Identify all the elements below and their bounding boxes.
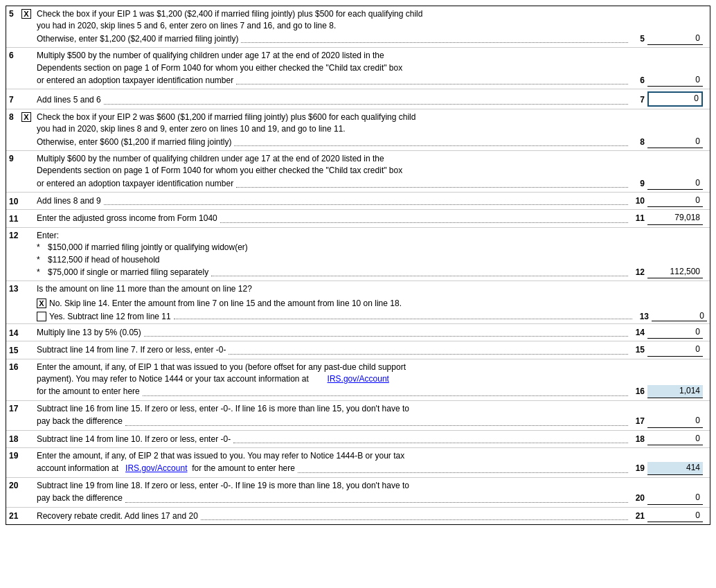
tax-form: 5 X Check the box if your EIP 1 was $1,2… xyxy=(6,6,710,525)
line-6-text3: or entered an adoption taxpayer identifi… xyxy=(37,75,233,87)
line-18-row: 18 Subtract line 14 from line 10. If zer… xyxy=(6,431,710,448)
line-13-value[interactable]: 0 xyxy=(652,311,707,321)
line-12-label-num: 12 xyxy=(631,266,647,278)
line-13-row: 13 Is the amount on line 11 more than th… xyxy=(6,281,710,323)
line-18-num: 18 xyxy=(9,434,21,444)
line-8-row: 8 X Check the box if your EIP 2 was $600… xyxy=(6,109,710,151)
line-14-text1: Multiply line 13 by 5% (0.05) xyxy=(37,327,141,339)
line-17-label: 17 xyxy=(631,415,647,427)
line-16-text2: payment). You may refer to Notice 1444 o… xyxy=(37,374,309,384)
line-21-value[interactable]: 0 xyxy=(647,510,703,522)
line-7-num: 7 xyxy=(9,94,21,105)
line-7-row: 7 Add lines 5 and 6 7 0 xyxy=(6,89,710,109)
line-11-row: 11 Enter the adjusted gross income from … xyxy=(6,210,710,227)
line-16-label: 16 xyxy=(631,385,647,398)
line-19-num: 19 xyxy=(9,450,21,461)
line-20-text1: Subtract line 19 from line 18. If zero o… xyxy=(37,480,703,492)
line-6-value[interactable]: 0 xyxy=(647,74,703,87)
line-5-value[interactable]: 0 xyxy=(647,33,703,45)
line-8-text3: Otherwise, enter $600 ($1,200 if married… xyxy=(37,136,231,148)
line-10-num: 10 xyxy=(9,196,21,206)
line-19-label: 19 xyxy=(631,462,647,474)
line-15-label: 15 xyxy=(631,344,647,356)
line-13-num: 13 xyxy=(9,283,21,294)
line-19-text1: Enter the amount, if any, of EIP 2 that … xyxy=(37,450,703,462)
line-17-text1: Subtract line 16 from line 15. If zero o… xyxy=(37,403,703,415)
line-9-text1: Multiply $600 by the number of qualifyin… xyxy=(37,153,703,165)
line-19-value[interactable]: 414 xyxy=(647,462,703,474)
line-14-row: 14 Multiply line 13 by 5% (0.05) 14 0 xyxy=(6,324,710,341)
line-5-row: 5 X Check the box if your EIP 1 was $1,2… xyxy=(6,6,710,48)
line-21-text1: Recovery rebate credit. Add lines 17 and… xyxy=(37,510,198,522)
line-11-text1: Enter the adjusted gross income from For… xyxy=(37,213,217,224)
line-18-value[interactable]: 0 xyxy=(647,433,703,445)
line-12-bullet2: $112,500 if head of household xyxy=(48,254,159,266)
line-5-num: 5 xyxy=(9,8,21,19)
line-17-num: 17 xyxy=(9,403,21,413)
line-16-value[interactable]: 1,014 xyxy=(647,385,703,398)
line-16-text3: for the amount to enter here xyxy=(37,386,140,398)
line-7-label: 7 xyxy=(631,93,647,106)
line-19-text2: account information at xyxy=(37,463,118,474)
line-9-num: 9 xyxy=(9,153,21,163)
line-7-text1: Add lines 5 and 6 xyxy=(37,94,101,106)
line-21-num: 21 xyxy=(9,510,21,521)
line-13-no-checkbox[interactable]: X xyxy=(37,299,46,308)
line-5-text1: Check the box if your EIP 1 was $1,200 (… xyxy=(37,8,703,20)
line-9-label: 9 xyxy=(631,177,647,190)
line-18-text1: Subtract line 14 from line 10. If zero o… xyxy=(37,434,231,445)
line-6-num: 6 xyxy=(9,50,21,60)
line-5-checkbox[interactable]: X xyxy=(21,9,31,19)
line-8-text2: you had in 2020, skip lines 8 and 9, ent… xyxy=(37,123,703,135)
line-13-no-text: No. Skip line 14. Enter the amount from … xyxy=(49,299,707,308)
line-5-text2: you had in 2020, skip lines 5 and 6, ent… xyxy=(37,20,703,32)
line-21-label: 21 xyxy=(631,510,647,522)
line-13-label: 13 xyxy=(635,311,652,321)
line-19-link[interactable]: IRS.gov/Account xyxy=(125,463,187,474)
line-19-row: 19 Enter the amount, if any, of EIP 2 th… xyxy=(6,448,710,478)
line-9-text2: Dependents section on page 1 of Form 104… xyxy=(37,165,703,177)
line-10-value[interactable]: 0 xyxy=(647,195,703,207)
line-9-text3: or entered an adoption taxpayer identifi… xyxy=(37,178,233,190)
line-14-value[interactable]: 0 xyxy=(647,326,703,339)
line-17-value[interactable]: 0 xyxy=(647,415,703,427)
line-20-row: 20 Subtract line 19 from line 18. If zer… xyxy=(6,478,710,508)
line-10-row: 10 Add lines 8 and 9 10 0 xyxy=(6,193,710,210)
line-13-yes-checkbox[interactable] xyxy=(37,312,46,321)
line-13-yes-text: Yes. Subtract line 12 from line 11 xyxy=(49,312,171,321)
line-8-checkbox[interactable]: X xyxy=(21,112,31,122)
line-6-row: 6 Multiply $500 by the number of qualify… xyxy=(6,48,710,89)
line-5-label: 5 xyxy=(631,33,647,45)
line-9-row: 9 Multiply $600 by the number of qualify… xyxy=(6,151,710,193)
line-5-text3: Otherwise, enter $1,200 ($2,400 if marri… xyxy=(37,33,238,45)
line-6-label: 6 xyxy=(631,74,647,87)
line-15-num: 15 xyxy=(9,345,21,355)
line-6-text1: Multiply $500 by the number of qualifyin… xyxy=(37,50,703,62)
line-6-text2: Dependents section on page 1 of Form 104… xyxy=(37,62,703,74)
line-13-question: Is the amount on line 11 more than the a… xyxy=(37,283,703,295)
bullet-star-2: * xyxy=(37,254,48,266)
line-11-value[interactable]: 79,018 xyxy=(647,212,703,224)
line-15-row: 15 Subtract line 14 from line 7. If zero… xyxy=(6,341,710,359)
line-19-text3: for the amount to enter here xyxy=(192,463,295,474)
line-9-value[interactable]: 0 xyxy=(647,177,703,190)
line-16-num: 16 xyxy=(9,362,21,372)
line-8-label: 8 xyxy=(631,136,647,148)
line-16-text1: Enter the amount, if any, of EIP 1 that … xyxy=(37,362,703,373)
line-12-value[interactable]: 112,500 xyxy=(647,266,703,278)
line-12-num: 12 xyxy=(9,230,21,240)
line-20-value[interactable]: 0 xyxy=(647,492,703,504)
line-16-link[interactable]: IRS.gov/Account xyxy=(328,374,389,384)
line-15-value[interactable]: 0 xyxy=(647,344,703,356)
line-17-text2: pay back the difference xyxy=(37,416,123,427)
line-12-enter-label: Enter: xyxy=(37,230,703,242)
line-11-label: 11 xyxy=(631,212,647,224)
line-20-text2: pay back the difference xyxy=(37,492,123,504)
line-18-label: 18 xyxy=(631,433,647,445)
line-8-text1: Check the box if your EIP 2 was $600 ($1… xyxy=(37,112,703,123)
line-20-num: 20 xyxy=(9,480,21,490)
line-8-value[interactable]: 0 xyxy=(647,136,703,148)
line-7-value[interactable]: 0 xyxy=(647,91,703,106)
line-21-row: 21 Recovery rebate credit. Add lines 17 … xyxy=(6,508,710,524)
line-14-label: 14 xyxy=(631,326,647,339)
